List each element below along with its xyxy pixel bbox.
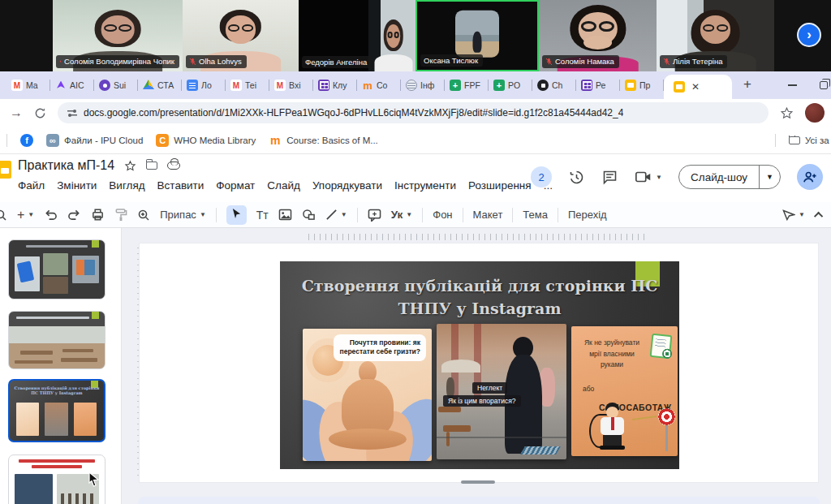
select-tool[interactable] — [226, 205, 247, 225]
textbox-tool[interactable]: Тт — [256, 209, 269, 222]
facebook-bookmark-icon[interactable]: f — [20, 134, 33, 147]
insert-comment-icon[interactable] — [368, 209, 381, 222]
slides-logo[interactable] — [0, 161, 11, 179]
bookmark-star-icon[interactable] — [780, 106, 794, 120]
insert-image-icon[interactable] — [278, 209, 292, 221]
browser-tab[interactable]: Інф — [401, 71, 445, 99]
browser-tab[interactable]: Клу — [313, 71, 357, 99]
print-icon[interactable] — [91, 208, 105, 222]
bookmarks-bar: f ∞ Файли - IPU Cloud C WHO Media Librar… — [0, 127, 831, 154]
document-title[interactable]: Практика мП-14 — [18, 158, 114, 173]
collaborators-badge[interactable]: 2 — [531, 166, 552, 187]
comments-icon[interactable] — [601, 169, 618, 186]
browser-tab[interactable]: M Ma — [6, 71, 50, 99]
browser-tab-active[interactable]: ✕ — [664, 75, 732, 99]
theme-button[interactable]: Тема — [523, 209, 548, 221]
site-settings-icon[interactable] — [67, 109, 77, 117]
share-button[interactable] — [797, 164, 823, 190]
fit-zoom-select[interactable]: Припас▼ — [160, 209, 206, 221]
menu-item[interactable]: Слайд — [267, 179, 300, 192]
participant-tile[interactable]: Olha Lohvys — [183, 0, 299, 71]
browser-tab[interactable]: AIC — [50, 71, 94, 99]
participant-tile[interactable]: Соломія Володимирівна Чопик — [53, 0, 183, 71]
minimize-icon[interactable] — [788, 84, 797, 86]
insert-shape-icon[interactable] — [302, 209, 316, 221]
document-status-cloud-icon[interactable] — [167, 162, 180, 170]
browser-tab[interactable]: FPF — [445, 71, 489, 99]
menu-item[interactable]: Вигляд — [109, 179, 144, 192]
new-tab-button[interactable]: + — [743, 76, 751, 93]
layout-button[interactable]: Макет — [473, 209, 503, 221]
slide-thumbnail-2[interactable] — [8, 311, 105, 369]
tab-close-icon[interactable]: ✕ — [691, 81, 700, 93]
slide-image-neglect[interactable]: Неглект Як із цим впоратися? — [437, 324, 566, 459]
filmstrip-panel: Створення публікацій для сторінки ПС ТНП… — [0, 228, 122, 504]
slide-title[interactable]: Створення публікацій для сторінки ПС ТНП… — [300, 275, 660, 320]
slideshow-button[interactable]: Слайд-шоу ▼ — [678, 165, 781, 189]
forward-icon[interactable]: → — [10, 106, 23, 120]
search-icon[interactable] — [0, 209, 7, 222]
next-participants-button[interactable]: › — [797, 23, 821, 47]
participant-tile[interactable]: Соломія Намака — [539, 0, 657, 71]
browser-tab[interactable]: Ло — [182, 71, 226, 99]
redo-icon[interactable] — [67, 209, 81, 221]
menu-item[interactable]: Формат — [216, 179, 255, 192]
restore-icon[interactable] — [820, 81, 828, 89]
participant-tile[interactable]: Федорів Ангеліна — [299, 0, 416, 71]
menu-item[interactable]: Упорядкувати — [312, 179, 382, 192]
paint-format-icon[interactable] — [114, 208, 127, 222]
pointer-tool[interactable]: ▼ — [782, 209, 805, 221]
participant-tile[interactable]: Оксана Тислюк — [416, 0, 539, 71]
notes-drag-handle[interactable] — [461, 480, 495, 484]
menu-item[interactable]: Інструменти — [394, 179, 456, 192]
menu-item[interactable]: Вставити — [157, 179, 205, 192]
star-icon[interactable] — [124, 160, 136, 172]
browser-tab[interactable]: Ch — [532, 71, 576, 99]
divider — [216, 208, 217, 222]
undo-icon[interactable] — [44, 209, 58, 221]
browser-tab[interactable]: Ре — [576, 71, 620, 99]
browser-tab[interactable]: M Теі — [226, 71, 269, 99]
browser-tab[interactable]: СТА — [138, 71, 182, 99]
chevron-down-icon: ▼ — [28, 211, 34, 218]
url-field[interactable]: docs.google.com/presentation/d/1Mi2XXk-H… — [58, 102, 769, 123]
menu-item[interactable]: Розширення — [468, 179, 532, 192]
current-slide[interactable]: Створення публікацій для сторінки ПС ТНП… — [280, 261, 679, 469]
participant-name: Olha Lohvys — [199, 58, 242, 66]
browser-tab[interactable]: m Co — [357, 71, 401, 99]
browser-profile-avatar[interactable] — [805, 103, 825, 123]
slide-thumbnail-1[interactable] — [8, 239, 105, 299]
browser-tab[interactable]: Пр — [620, 71, 664, 99]
yk-tool[interactable]: Ук▼ — [391, 209, 413, 221]
move-to-folder-icon[interactable] — [146, 162, 157, 170]
browser-tab[interactable]: Sui — [94, 71, 138, 99]
reload-icon[interactable] — [34, 107, 46, 119]
zoom-in-icon[interactable] — [137, 209, 150, 222]
browser-tab[interactable]: M Вхі — [269, 71, 313, 99]
transition-button[interactable]: Перехід — [568, 209, 607, 221]
slideshow-options-caret[interactable]: ▼ — [759, 165, 780, 189]
bookmark-item[interactable]: ∞ Файли - IPU Cloud — [46, 134, 143, 147]
insert-line-tool[interactable]: ▼ — [325, 209, 347, 221]
version-history-icon[interactable] — [568, 169, 585, 186]
bookmark-item[interactable]: m Course: Basics of M... — [269, 134, 377, 147]
new-slide-button[interactable]: +▼ — [17, 208, 34, 222]
bookmark-item[interactable]: C WHO Media Library — [156, 134, 256, 147]
browser-tab[interactable]: PO — [489, 71, 532, 99]
tab-favicon — [493, 80, 505, 91]
collapse-toolbar-icon[interactable] — [814, 211, 823, 220]
meet-camera-button[interactable]: ▼ — [635, 169, 662, 185]
all-bookmarks-button[interactable]: Усі за — [789, 136, 831, 145]
slide-thumbnail-3-selected[interactable]: Створення публікацій для сторінки ПС ТНП… — [8, 379, 105, 442]
slide-image-guilt[interactable]: Почуття провини: як перестати себе гризт… — [303, 329, 432, 461]
slide-image-sabotage[interactable]: Як не зруйнувати мрії власними руками аб… — [571, 326, 678, 456]
participant-tile[interactable]: Лілія Тетеріна — [657, 0, 774, 71]
menu-item[interactable]: Файл — [18, 179, 45, 192]
menu-item[interactable]: Змінити — [57, 179, 97, 192]
bookmark-label: Файли - IPU Cloud — [64, 136, 143, 145]
muted-mic-icon — [189, 58, 196, 66]
speaker-notes-panel[interactable] — [138, 497, 820, 504]
participant-name: Лілія Тетеріна — [673, 58, 722, 66]
participant-name: Соломія Намака — [555, 58, 614, 66]
background-button[interactable]: Фон — [433, 209, 452, 221]
